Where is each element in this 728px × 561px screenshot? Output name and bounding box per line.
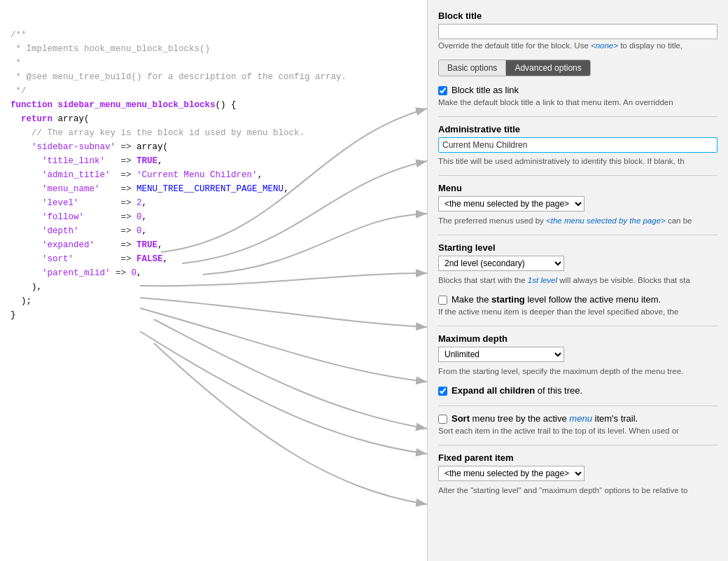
follow-active-group: Make the starting level follow the activ… (438, 294, 718, 316)
menu-label: Menu (438, 183, 718, 193)
admin-title-input[interactable] (438, 137, 718, 153)
follow-active-label: Make the starting level follow the activ… (451, 294, 661, 305)
fixed-parent-label: Fixed parent item (438, 452, 718, 463)
admin-title-group: Administrative title This title will be … (438, 124, 718, 165)
right-panel: Block title Override the default title f… (427, 0, 728, 561)
block-title-desc: Override the default title for the block… (438, 41, 718, 50)
divider-2 (438, 175, 718, 176)
code-content: /** * Implements hook_menu_block_blocks(… (10, 14, 416, 336)
sort-group: Sort menu tree by the active menu item's… (438, 413, 718, 435)
fixed-parent-group: Fixed parent item <the menu selected by … (438, 452, 718, 494)
block-title-label: Block title (438, 11, 718, 21)
starting-level-desc: Blocks that start with the 1st level wil… (438, 276, 718, 284)
fixed-parent-select[interactable]: <the menu selected by the page> (438, 466, 584, 481)
sort-label: Sort menu tree by the active menu item's… (451, 413, 638, 424)
menu-select[interactable]: <the menu selected by the page> (438, 196, 584, 212)
divider-4 (438, 326, 718, 326)
expand-row: Expand all children of this tree. (438, 385, 718, 396)
max-depth-select[interactable]: Unlimited (438, 347, 564, 362)
block-title-group: Block title Override the default title f… (438, 11, 718, 50)
sort-row: Sort menu tree by the active menu item's… (438, 413, 718, 424)
tab-advanced[interactable]: Advanced options (506, 60, 589, 76)
title-link-checkbox[interactable] (438, 86, 447, 95)
follow-active-desc: If the active menu item is deeper than t… (438, 307, 718, 316)
divider-6 (438, 445, 718, 445)
starting-level-group: Starting level 2nd level (secondary) Blo… (438, 242, 718, 284)
expand-group: Expand all children of this tree. (438, 385, 718, 396)
divider-1 (438, 116, 718, 117)
divider-5 (438, 406, 718, 406)
starting-level-label: Starting level (438, 242, 718, 253)
divider-3 (438, 235, 718, 235)
admin-title-desc: This title will be used administratively… (438, 157, 718, 165)
expand-label: Expand all children of this tree. (451, 385, 582, 396)
menu-desc: The preferred menus used by <the menu se… (438, 216, 718, 225)
title-link-group: Block title as link Make the default blo… (438, 85, 718, 106)
admin-title-label: Administrative title (438, 124, 718, 134)
max-depth-desc: From the starting level, specify the max… (438, 367, 718, 375)
code-panel: /** * Implements hook_menu_block_blocks(… (0, 0, 427, 561)
menu-group: Menu <the menu selected by the page> The… (438, 183, 718, 225)
follow-active-checkbox[interactable] (438, 296, 447, 305)
max-depth-group: Maximum depth Unlimited From the startin… (438, 333, 718, 375)
expand-checkbox[interactable] (438, 387, 447, 396)
starting-level-select[interactable]: 2nd level (secondary) (438, 256, 564, 271)
block-title-input[interactable] (438, 24, 718, 39)
fixed-parent-desc: Alter the "starting level" and "maximum … (438, 486, 718, 494)
follow-active-row: Make the starting level follow the activ… (438, 294, 718, 305)
title-link-row: Block title as link (438, 85, 718, 95)
title-link-desc: Make the default block title a link to t… (438, 98, 718, 106)
title-link-label: Block title as link (451, 85, 519, 95)
sort-checkbox[interactable] (438, 415, 447, 424)
options-tabs[interactable]: Basic options Advanced options (438, 60, 591, 76)
max-depth-label: Maximum depth (438, 333, 718, 344)
sort-desc: Sort each item in the active trail to th… (438, 427, 718, 435)
tab-basic[interactable]: Basic options (439, 60, 506, 76)
